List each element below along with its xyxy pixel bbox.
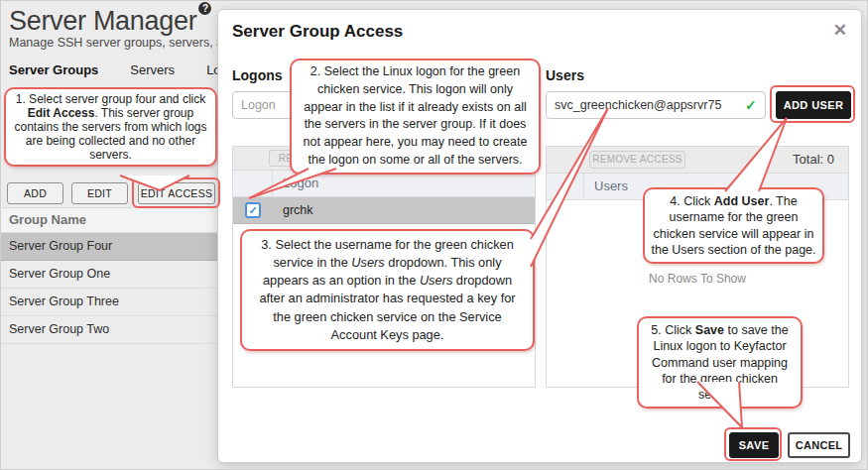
callout-4: 4. Click Add User. The username for the … [643, 187, 824, 264]
dialog-title: Server Group Access [232, 22, 403, 42]
screenshot-root: Server Manager? Manage SSH server groups… [0, 0, 868, 470]
users-grid-toolbar: REMOVE ACCESS Total: 0 [547, 147, 848, 174]
callout-1: 1. Select server group four and click Ed… [4, 87, 217, 167]
callout-5: 5. Click Save to save the Linux logon to… [637, 316, 803, 409]
server-manager-page: Server Manager? Manage SSH server groups… [1, 1, 218, 470]
page-subtitle: Manage SSH server groups, servers, a [9, 36, 218, 50]
tab-server-groups[interactable]: Server Groups [9, 62, 98, 77]
tab-servers[interactable]: Servers [130, 62, 175, 77]
logon-row-grchk[interactable]: ✓ grchk [233, 197, 535, 224]
users-checkbox-column [547, 174, 584, 199]
close-icon[interactable]: ✕ [833, 20, 847, 41]
edit-access-button[interactable]: EDIT ACCESS [138, 182, 215, 204]
help-icon[interactable]: ? [198, 2, 211, 15]
row-checkbox-checked-icon[interactable]: ✓ [245, 202, 261, 218]
users-dropdown-input[interactable] [546, 91, 766, 119]
table-row-server-group-four[interactable]: Server Group Four [1, 233, 218, 261]
table-row-server-group-three[interactable]: Server Group Three [1, 289, 218, 316]
logon-column-header: Logon [273, 171, 535, 196]
tab-bar: Server Groups Servers Logons [9, 62, 218, 77]
logon-row-name: grchk [283, 203, 313, 217]
add-user-button[interactable]: ADD USER [776, 91, 851, 119]
logons-checkbox-column [233, 171, 273, 196]
total-count-label: Total: 0 [793, 152, 834, 167]
users-remove-access-button[interactable]: REMOVE ACCESS [589, 151, 685, 169]
table-row-server-group-two[interactable]: Server Group Two [1, 316, 218, 344]
save-button[interactable]: SAVE [729, 432, 779, 458]
logons-grid-header: Logon [233, 171, 535, 197]
edit-button[interactable]: EDIT [71, 182, 128, 204]
no-rows-message: No Rows To Show [547, 272, 848, 286]
cancel-button[interactable]: CANCEL [788, 432, 850, 458]
table-row-server-group-one[interactable]: Server Group One [1, 261, 218, 289]
add-button[interactable]: ADD [7, 182, 63, 204]
logons-heading: Logons [232, 67, 283, 83]
page-title: Server Manager? [9, 2, 211, 37]
callout-2: 2. Select the Linux logon for the green … [290, 59, 541, 175]
valid-check-icon: ✓ [745, 97, 757, 113]
users-heading: Users [546, 67, 584, 83]
callout-3: 3. Select the username for the green chi… [240, 229, 535, 351]
group-name-column-header: Group Name [1, 207, 218, 233]
page-title-text: Server Manager [9, 6, 196, 36]
